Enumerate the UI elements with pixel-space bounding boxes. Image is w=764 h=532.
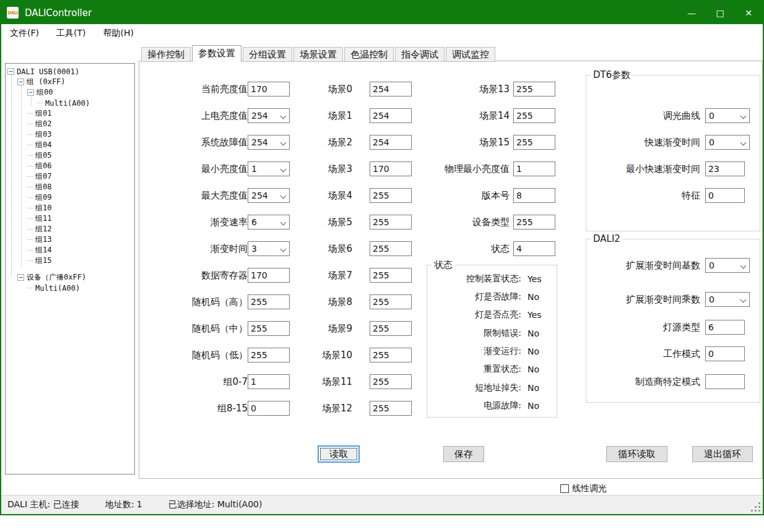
tree-item-group06[interactable]: 组06: [27, 161, 51, 171]
tab-debug-monitor[interactable]: 调试监控: [446, 47, 495, 62]
fade-rate-select[interactable]: 6: [248, 215, 290, 230]
status-value: No: [527, 401, 539, 411]
random-code-mid-input[interactable]: [248, 321, 290, 336]
current-level-input[interactable]: [248, 82, 290, 97]
tree-item-label: 组05: [35, 150, 51, 161]
tree-item-group04[interactable]: 组04: [27, 140, 51, 150]
field-label: 特征: [591, 190, 700, 202]
tree-item-group09[interactable]: 组09: [27, 192, 51, 203]
status-label: 短地址掉失:: [430, 382, 521, 393]
field-label: 最小快速渐变时间: [591, 163, 700, 175]
chevron-down-icon: [280, 166, 286, 172]
features-input[interactable]: [705, 188, 745, 203]
tree-item-group07[interactable]: 组07: [27, 171, 51, 182]
tree-guide: [21, 86, 22, 267]
tree-item-label: 组04: [35, 140, 51, 150]
exit-loop-button[interactable]: 退出循环: [692, 446, 753, 462]
field-label: 版本号: [375, 190, 510, 202]
max-level-select[interactable]: 254: [248, 188, 290, 203]
tab-color-temp-control[interactable]: 色温控制: [344, 47, 394, 62]
scene9-input[interactable]: [370, 321, 412, 336]
scene13-input[interactable]: [513, 82, 555, 97]
ext-fade-time-base-select[interactable]: 0: [705, 258, 750, 273]
group0-7-input[interactable]: [248, 374, 290, 389]
tree-item-group02[interactable]: 组02: [27, 119, 51, 129]
field-label: 场景9: [290, 323, 352, 335]
tree-item-group00[interactable]: −组00: [27, 87, 53, 98]
tree-item-group11[interactable]: 组11: [27, 213, 51, 224]
tree-item-group08[interactable]: 组08: [27, 182, 51, 192]
tree-item-multi-a00[interactable]: Multi(A00): [37, 98, 90, 108]
linear-dimming-row: 线性调光: [560, 483, 607, 494]
fade-time-select[interactable]: 3: [248, 241, 290, 256]
random-code-high-input[interactable]: [248, 294, 290, 309]
scene11-input[interactable]: [370, 374, 412, 389]
resize-grip-icon[interactable]: [758, 510, 760, 512]
field-label: 组0-7: [164, 376, 248, 388]
tree-item-group-root[interactable]: −组 (0xFF): [17, 77, 66, 87]
device-type-input[interactable]: [513, 215, 555, 230]
tree-item-multi-a00-device[interactable]: Multi(A00): [27, 283, 80, 293]
data-register-input[interactable]: [248, 268, 290, 283]
loop-read-button[interactable]: 循环读取: [606, 446, 667, 462]
tree-connector: [27, 155, 33, 156]
dimming-curve-select[interactable]: 0: [705, 108, 750, 123]
maximize-icon[interactable]: □: [706, 1, 734, 24]
version-input[interactable]: [513, 188, 555, 203]
scene12-input[interactable]: [370, 401, 412, 416]
tree-connector: [27, 229, 33, 230]
scene7-input[interactable]: [370, 268, 412, 283]
tree-collapse-icon[interactable]: −: [17, 79, 24, 85]
ext-fade-time-multiplier-select[interactable]: 0: [705, 292, 750, 307]
tab-scene-settings[interactable]: 场景设置: [293, 47, 343, 62]
scene10-input[interactable]: [370, 348, 412, 363]
tree-connector: [27, 166, 33, 166]
tree-item-group05[interactable]: 组05: [27, 150, 51, 161]
status-label: 灯是否故障:: [430, 291, 521, 302]
tree-collapse-icon[interactable]: −: [27, 89, 34, 96]
minimize-icon[interactable]: —: [677, 1, 706, 24]
field-label: 工作模式: [591, 348, 700, 360]
status-label: 渐变运行:: [430, 346, 521, 357]
scene14-input[interactable]: [513, 108, 555, 123]
manufacturer-mode-input[interactable]: [705, 374, 745, 389]
menu-help[interactable]: 帮助(H): [94, 25, 142, 41]
fast-fade-time-select[interactable]: 0: [705, 135, 750, 150]
tree-item-group13[interactable]: 组13: [27, 234, 51, 245]
tree-collapse-icon[interactable]: −: [7, 68, 14, 75]
group8-15-input[interactable]: [248, 401, 290, 416]
menu-tools[interactable]: 工具(T): [48, 25, 94, 41]
close-icon[interactable]: ✕: [734, 1, 763, 24]
save-button[interactable]: 保存: [443, 446, 484, 462]
tree-collapse-icon[interactable]: −: [17, 274, 24, 281]
status-value-input[interactable]: [513, 241, 555, 256]
tree-item-group01[interactable]: 组01: [27, 108, 51, 119]
tab-operation-control[interactable]: 操作控制: [141, 47, 191, 62]
operating-mode-input[interactable]: [705, 346, 745, 361]
physical-min-level-input[interactable]: [513, 161, 555, 176]
tree-item-dali-usb[interactable]: −DALI USB(0001): [7, 66, 79, 77]
tree-connector: [27, 218, 33, 219]
status-group-title: 状态: [432, 259, 455, 271]
tree-item-group12[interactable]: 组12: [27, 224, 51, 234]
tab-parameter-settings[interactable]: 参数设置: [192, 45, 241, 62]
scene15-input[interactable]: [513, 135, 555, 150]
tab-command-debug[interactable]: 指令调试: [395, 47, 445, 62]
tree-item-device-broadcast[interactable]: −设备（广播0xFF): [17, 272, 86, 283]
system-failure-level-select[interactable]: 254: [248, 135, 290, 150]
min-level-select[interactable]: 1: [248, 161, 290, 176]
tree-item-group15[interactable]: 组15: [27, 255, 51, 266]
linear-dimming-checkbox[interactable]: [560, 484, 569, 493]
menu-file[interactable]: 文件(F): [1, 25, 48, 41]
scene8-input[interactable]: [370, 294, 412, 309]
tab-grouping-settings[interactable]: 分组设置: [243, 47, 292, 62]
power-on-level-select[interactable]: 254: [248, 108, 290, 123]
min-fast-fade-time-input[interactable]: [705, 161, 745, 176]
light-source-type-input[interactable]: [705, 320, 745, 335]
random-code-low-input[interactable]: [248, 348, 290, 363]
tree-item-group10[interactable]: 组10: [27, 203, 51, 213]
tree-item-group14[interactable]: 组14: [27, 245, 51, 255]
tree-item-group03[interactable]: 组03: [27, 129, 51, 140]
read-button[interactable]: 读取: [318, 445, 360, 463]
tree-item-label: 设备（广播0xFF): [27, 272, 86, 283]
